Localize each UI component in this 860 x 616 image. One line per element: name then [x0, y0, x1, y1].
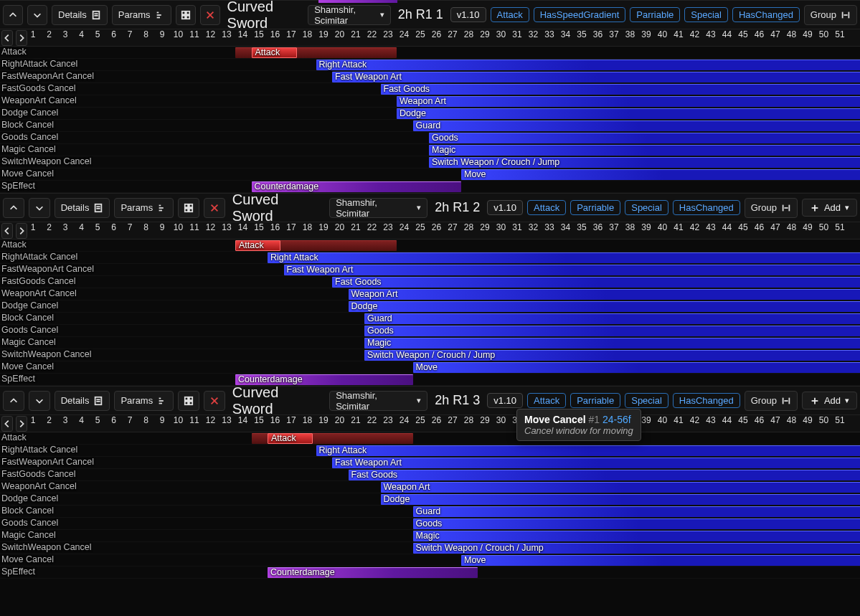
scroll-left-button[interactable]	[1, 416, 13, 432]
collapse-down-button[interactable]	[27, 5, 47, 25]
magic-bar[interactable]: Magic	[364, 338, 860, 349]
ruler-tick: 5	[90, 222, 105, 232]
tag-parriable[interactable]: Parriable	[570, 200, 620, 215]
weapon-select[interactable]: Shamshir, Scimitar▾	[329, 391, 427, 411]
move-bar[interactable]: Move	[461, 555, 860, 566]
params-button[interactable]: Params	[114, 391, 174, 411]
fast-weapon-art-bar[interactable]: Fast Weapon Art	[284, 265, 861, 275]
counterdamage-bar[interactable]	[318, 0, 397, 3]
switch-weapon-crouch-jump-bar[interactable]: Switch Weapon / Crouch / Jump	[429, 157, 860, 168]
row-label: Dodge Cancel	[0, 493, 58, 503]
row-label: RightAttack Cancel	[0, 252, 77, 262]
tag-hasspeedgradient[interactable]: HasSpeedGradient	[534, 7, 626, 22]
goods-bar[interactable]: Goods	[364, 326, 860, 336]
track-row: WeaponArt CancelWeapon Art	[0, 481, 860, 493]
counterdamage-bar[interactable]: Counterdamage	[268, 567, 478, 578]
tag-v1.10[interactable]: v1.10	[487, 393, 523, 408]
attack-bar[interactable]: Attack	[268, 433, 313, 444]
weapon-art-bar[interactable]: Weapon Art	[381, 482, 861, 493]
tag-parriable[interactable]: Parriable	[570, 393, 620, 408]
frame-ruler[interactable]: 1234567891011121314151617181920212223242…	[29, 29, 860, 47]
bar-label: Guard	[416, 120, 441, 131]
dodge-bar[interactable]: Dodge	[397, 108, 860, 119]
close-button[interactable]	[204, 391, 225, 411]
grid-button[interactable]	[178, 391, 199, 411]
collapse-down-button[interactable]	[29, 391, 50, 411]
frame-ruler[interactable]: 1234567891011121314151617181920212223242…	[29, 415, 860, 432]
move-bar[interactable]: Move	[461, 169, 860, 180]
tag-special[interactable]: Special	[684, 7, 728, 22]
fast-goods-bar[interactable]: Fast Goods	[332, 277, 860, 288]
collapse-up-button[interactable]	[3, 5, 23, 25]
move-bar[interactable]: Move	[413, 362, 861, 373]
tag-attack[interactable]: Attack	[527, 393, 566, 408]
right-attack-bar[interactable]: Right Attack	[268, 252, 860, 263]
details-button[interactable]: Details	[55, 391, 110, 411]
weapon-art-bar[interactable]: Weapon Art	[349, 289, 861, 300]
collapse-up-button[interactable]	[3, 391, 24, 411]
counterdamage-bar[interactable]: Counterdamage	[252, 181, 462, 192]
magic-bar[interactable]: Magic	[429, 145, 860, 156]
close-button[interactable]	[204, 198, 225, 218]
right-attack-bar[interactable]: Right Attack	[316, 445, 861, 456]
attack-bar[interactable]: Attack	[252, 47, 297, 58]
counterdamage-bar[interactable]: Counterdamage	[235, 374, 413, 385]
weapon-select[interactable]: Shamshir, Scimitar▾	[329, 198, 427, 218]
switch-weapon-crouch-jump-bar[interactable]: Switch Weapon / Crouch / Jump	[364, 350, 860, 361]
magic-bar[interactable]: Magic	[413, 531, 861, 541]
add-button[interactable]: Add▾	[802, 199, 857, 217]
frame-ruler[interactable]: 1234567891011121314151617181920212223242…	[29, 222, 860, 240]
tag-special[interactable]: Special	[625, 200, 668, 215]
collapse-up-button[interactable]	[3, 198, 24, 218]
bar-label: Goods	[416, 518, 443, 529]
tag-v1.10[interactable]: v1.10	[450, 7, 486, 22]
guard-bar[interactable]: Guard	[364, 313, 860, 324]
fast-goods-bar[interactable]: Fast Goods	[381, 84, 861, 95]
ruler-tick: 27	[445, 415, 460, 425]
attack-name: 2h R1 2	[435, 200, 480, 215]
params-button[interactable]: Params	[114, 198, 174, 218]
fast-weapon-art-bar[interactable]: Fast Weapon Art	[332, 72, 860, 82]
add-button[interactable]: Add▾	[802, 392, 857, 409]
params-button[interactable]: Params	[112, 5, 171, 25]
weapon-select[interactable]: Shamshir, Scimitar▾	[308, 5, 391, 25]
goods-bar[interactable]: Goods	[429, 133, 860, 143]
close-button[interactable]	[200, 5, 220, 25]
ruler-tick: 39	[638, 29, 654, 39]
grid-button[interactable]	[178, 198, 199, 218]
right-attack-bar[interactable]: Right Attack	[316, 60, 861, 70]
scroll-left-button[interactable]	[1, 223, 13, 239]
group-button[interactable]: Group	[745, 391, 798, 411]
details-button[interactable]: Details	[52, 5, 108, 25]
weapon-art-bar[interactable]: Weapon Art	[397, 96, 860, 107]
attack-bar[interactable]: Attack	[235, 240, 280, 251]
dodge-bar[interactable]: Dodge	[381, 494, 861, 505]
tag-haschanged[interactable]: HasChanged	[732, 7, 800, 22]
fast-goods-bar[interactable]: Fast Goods	[349, 470, 861, 480]
tag-haschanged[interactable]: HasChanged	[673, 200, 740, 215]
tag-haschanged[interactable]: HasChanged	[673, 393, 740, 408]
group-button[interactable]: Group	[745, 198, 798, 218]
ruler-tick: 4	[74, 29, 90, 39]
tag-attack[interactable]: Attack	[491, 7, 529, 22]
fast-weapon-art-bar[interactable]: Fast Weapon Art	[332, 458, 860, 468]
track-row: Block CancelGuard	[0, 313, 860, 325]
guard-bar[interactable]: Guard	[413, 506, 861, 517]
ruler-tick: 11	[186, 29, 202, 39]
switch-weapon-crouch-jump-bar[interactable]: Switch Weapon / Crouch / Jump	[413, 543, 861, 554]
details-button[interactable]: Details	[55, 198, 110, 218]
row-label: Attack	[0, 240, 27, 250]
ruler-tick: 18	[300, 415, 316, 425]
grid-button[interactable]	[176, 5, 196, 25]
ruler-tick: 19	[316, 415, 331, 425]
tag-special[interactable]: Special	[625, 393, 668, 408]
scroll-left-button[interactable]	[1, 30, 13, 46]
collapse-down-button[interactable]	[29, 198, 50, 218]
tag-attack[interactable]: Attack	[527, 200, 566, 215]
tag-parriable[interactable]: Parriable	[630, 7, 680, 22]
tag-v1.10[interactable]: v1.10	[487, 200, 523, 215]
group-button[interactable]: Group	[804, 5, 857, 25]
dodge-bar[interactable]: Dodge	[349, 301, 861, 312]
guard-bar[interactable]: Guard	[413, 120, 861, 131]
goods-bar[interactable]: Goods	[413, 518, 861, 529]
